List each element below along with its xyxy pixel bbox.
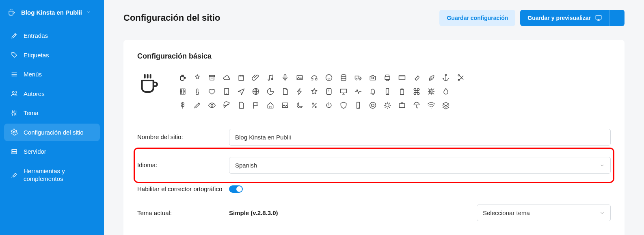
label-site-name: Nombre del sitio: <box>137 133 229 141</box>
toggle-spellcheck[interactable] <box>229 185 243 193</box>
server-icon <box>10 148 19 155</box>
cpu-icon[interactable] <box>426 86 437 97</box>
file-icon[interactable] <box>236 100 247 111</box>
tablet-icon[interactable] <box>221 86 232 97</box>
actions: Guardar configuración Guardar y previsua… <box>439 10 625 26</box>
moon-icon[interactable] <box>294 100 305 111</box>
clip-icon[interactable] <box>250 72 261 83</box>
cloud-icon[interactable] <box>221 72 232 83</box>
globe-icon[interactable] <box>250 86 261 97</box>
anchor-icon[interactable] <box>440 72 452 83</box>
db-icon[interactable] <box>338 72 349 83</box>
archive-icon[interactable] <box>206 72 218 83</box>
power-icon[interactable] <box>323 100 335 111</box>
image-icon[interactable] <box>279 100 291 111</box>
current-theme-value: Simple (v.2.8.3.0) <box>229 209 469 216</box>
eye-icon[interactable] <box>206 100 218 111</box>
bolt-icon[interactable] <box>294 86 305 97</box>
drop-icon[interactable] <box>440 86 452 97</box>
blank-icon[interactable] <box>455 100 466 111</box>
flag-icon[interactable] <box>250 100 261 111</box>
save-preview-caret[interactable] <box>609 10 625 26</box>
mouse-icon[interactable] <box>323 86 335 97</box>
percent-icon[interactable] <box>309 100 320 111</box>
menu-icon <box>10 71 19 78</box>
leaf-icon[interactable] <box>426 72 437 83</box>
cmd-icon[interactable] <box>411 86 422 97</box>
clipboard-icon[interactable] <box>396 86 408 97</box>
target-icon[interactable] <box>367 100 378 111</box>
monitor-icon[interactable] <box>338 86 349 97</box>
sidebar: Blog Kinsta en Publii Entradas Etiquetas… <box>0 0 104 235</box>
pulse-icon[interactable] <box>352 86 364 97</box>
umbrella-icon[interactable] <box>411 100 422 111</box>
printer-icon[interactable] <box>382 72 393 83</box>
shield-icon[interactable] <box>338 100 349 111</box>
gear-icon <box>10 128 19 136</box>
mug-icon[interactable] <box>177 72 188 83</box>
home-icon[interactable] <box>265 100 276 111</box>
nav-site-settings[interactable]: Configuración del sitio <box>4 124 100 141</box>
label-language: Idioma: <box>137 161 229 169</box>
wifi-icon[interactable] <box>426 100 437 111</box>
star-icon[interactable] <box>309 86 320 97</box>
badge-icon[interactable] <box>192 72 203 83</box>
site-switcher[interactable]: Blog Kinsta en Publii <box>0 2 104 27</box>
users-icon <box>10 90 19 97</box>
select-language[interactable]: Spanish <box>229 157 611 174</box>
field-spellcheck: Habilitar el corrector ortográfico <box>137 179 611 199</box>
section-title: Configuración básica <box>137 52 611 61</box>
nav-tools[interactable]: Herramientas y complementos <box>4 162 100 188</box>
camera-icon[interactable] <box>367 72 378 83</box>
scissors-icon[interactable] <box>455 72 466 83</box>
film-icon[interactable] <box>177 86 188 97</box>
photo-icon[interactable] <box>294 72 305 83</box>
save-config-button[interactable]: Guardar configuración <box>439 10 515 26</box>
tag-icon <box>10 51 19 59</box>
sliders-icon <box>10 109 19 117</box>
label-spellcheck: Habilitar el corrector ortográfico <box>137 185 229 193</box>
nav-authors[interactable]: Autores <box>4 85 100 103</box>
mug-icon <box>7 8 15 16</box>
nav-theme[interactable]: Tema <box>4 104 100 122</box>
truck-icon[interactable] <box>352 72 364 83</box>
layers-icon[interactable] <box>440 100 452 111</box>
wrench-icon[interactable] <box>411 72 422 83</box>
heart-icon[interactable] <box>206 86 218 97</box>
phone-icon[interactable] <box>352 100 364 111</box>
field-theme: Tema actual: Simple (v.2.8.3.0) Seleccio… <box>137 199 611 227</box>
calendar-icon[interactable] <box>236 72 247 83</box>
chevron-down-icon <box>600 211 605 215</box>
tv-icon[interactable] <box>396 100 408 111</box>
bell-icon[interactable] <box>367 86 378 97</box>
nav-server[interactable]: Servidor <box>4 143 100 161</box>
field-language: Idioma: Spanish <box>137 151 611 179</box>
settings-card: Configuración básica Nombre del sitio: I… <box>123 40 625 235</box>
music-icon[interactable] <box>265 72 276 83</box>
main: Configuración del sitio Guardar configur… <box>104 0 644 235</box>
dollar-icon[interactable] <box>177 100 188 111</box>
sun-icon[interactable] <box>382 100 393 111</box>
doc-icon[interactable] <box>279 86 291 97</box>
chevron-down-icon <box>86 10 91 15</box>
monitor-icon <box>595 14 602 22</box>
nav-menus[interactable]: Menús <box>4 65 100 83</box>
nav-tags[interactable]: Etiquetas <box>4 46 100 64</box>
smile-icon[interactable] <box>323 72 335 83</box>
mobile-icon[interactable] <box>382 86 393 97</box>
input-site-name[interactable] <box>229 129 611 146</box>
card-icon[interactable] <box>396 72 408 83</box>
mic-icon[interactable] <box>279 72 291 83</box>
send-icon[interactable] <box>236 86 247 97</box>
feather-icon[interactable] <box>221 100 232 111</box>
save-preview-button[interactable]: Guardar y previsualizar <box>520 10 609 26</box>
selected-site-icon <box>137 72 166 95</box>
nav-entries[interactable]: Entradas <box>4 27 100 45</box>
chart-icon[interactable] <box>265 86 276 97</box>
nav: Entradas Etiquetas Menús Autores Tema Co… <box>0 27 104 189</box>
thermo-icon[interactable] <box>192 86 203 97</box>
pen-icon[interactable] <box>192 100 203 111</box>
blank-icon[interactable] <box>455 86 466 97</box>
headphones-icon[interactable] <box>309 72 320 83</box>
select-theme[interactable]: Seleccionar tema <box>477 205 611 221</box>
